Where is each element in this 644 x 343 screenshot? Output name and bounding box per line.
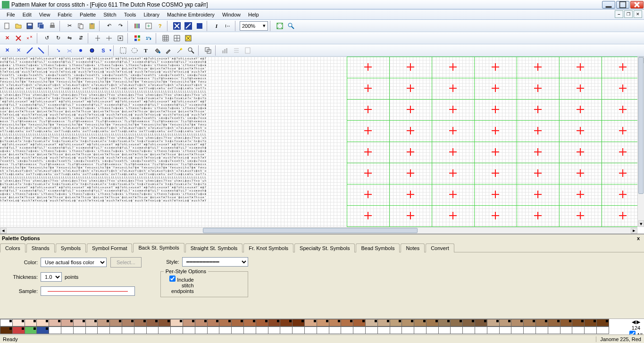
palette-swatch[interactable]: [122, 319, 134, 326]
palette-swatch[interactable]: [401, 319, 414, 326]
tab-fr-knot-symbols[interactable]: Fr. Knot Symbols: [243, 243, 293, 252]
palette-swatch[interactable]: [414, 319, 427, 326]
palette-swatch[interactable]: [268, 319, 281, 326]
text-icon[interactable]: T: [141, 45, 151, 56]
scroll-left-icon[interactable]: ◂: [0, 228, 7, 234]
palette-swatch-empty[interactable]: [523, 326, 536, 334]
palette-swatch-empty[interactable]: [122, 326, 134, 334]
palette-swatch-empty[interactable]: [414, 326, 427, 334]
tab-back-st-symbols[interactable]: Back St. Symbols: [133, 243, 184, 252]
palette-swatch[interactable]: [195, 319, 208, 326]
palette-swatch-empty[interactable]: [207, 326, 220, 334]
horizontal-scrollbar[interactable]: ◂ ▸: [0, 227, 637, 234]
palette-swatch[interactable]: [207, 319, 220, 326]
stitch-full-icon[interactable]: [194, 21, 205, 31]
palette-swatch-empty[interactable]: [329, 326, 342, 334]
spread-icon[interactable]: ⩙: [64, 45, 75, 56]
save-icon[interactable]: [25, 21, 35, 31]
menu-view[interactable]: View: [35, 11, 54, 18]
palette-swatch[interactable]: [183, 319, 195, 326]
palette-swatch-empty[interactable]: [353, 326, 366, 334]
palette-swatch-empty[interactable]: [535, 326, 548, 334]
palette-swatch-empty[interactable]: [584, 326, 597, 334]
palette-swatch-empty[interactable]: [195, 326, 208, 334]
palette-swatch[interactable]: [523, 319, 536, 326]
menu-palette[interactable]: Palette: [76, 11, 100, 18]
palette-swatch[interactable]: [341, 319, 353, 326]
select-rect-icon[interactable]: [118, 45, 128, 56]
eyedropper-icon[interactable]: [163, 45, 174, 56]
grid-small-icon[interactable]: [160, 33, 171, 43]
palette-swatch[interactable]: [304, 319, 317, 326]
palette-swatch[interactable]: [596, 319, 609, 326]
palette-swatch[interactable]: [0, 319, 13, 326]
palette-swatch-empty[interactable]: [401, 326, 414, 334]
palette-swatch[interactable]: [499, 319, 512, 326]
palette-icon[interactable]: [132, 33, 142, 43]
maximize-button[interactable]: [616, 1, 629, 8]
palette-swatch-empty[interactable]: [560, 326, 573, 334]
palette-swatch[interactable]: [377, 319, 390, 326]
palette-swatch-empty[interactable]: [487, 326, 500, 334]
open-icon[interactable]: [13, 21, 24, 31]
menu-file[interactable]: File: [3, 11, 19, 18]
mdi-close[interactable]: ✕: [634, 10, 642, 18]
flip-h-icon[interactable]: ⇋: [64, 33, 75, 43]
straight-stitch-icon[interactable]: [36, 45, 46, 56]
palette-swatch[interactable]: [353, 319, 366, 326]
palette-swatch[interactable]: [317, 319, 329, 326]
palette-swatch-empty[interactable]: [85, 326, 98, 334]
include-endpoints-input[interactable]: [169, 276, 176, 282]
palette-swatch-empty[interactable]: [572, 326, 585, 334]
palette-swatch-empty[interactable]: [341, 326, 353, 334]
tab-symbol-format[interactable]: Symbol Format: [87, 243, 133, 252]
palette-swatch[interactable]: [365, 319, 378, 326]
palette-swatch-empty[interactable]: [450, 326, 463, 334]
flip-v-icon[interactable]: ⇵: [75, 33, 86, 43]
clear-icon[interactable]: [13, 33, 24, 43]
palette-swatch[interactable]: [12, 326, 25, 334]
scroll-right-icon[interactable]: ▸: [631, 228, 637, 234]
arrow-down-icon[interactable]: ↘: [53, 45, 63, 56]
menu-edit[interactable]: Edit: [19, 11, 35, 18]
tab-straight-st-symbols[interactable]: Straight St. Symbols: [185, 243, 243, 252]
export-icon[interactable]: [143, 21, 154, 31]
back-stitch-icon[interactable]: [25, 45, 35, 56]
palette-swatch[interactable]: [12, 319, 25, 326]
palette-swatch[interactable]: [548, 319, 560, 326]
tab-notes[interactable]: Notes: [401, 243, 425, 252]
highlight-icon[interactable]: [183, 33, 193, 43]
renumber-icon[interactable]: 1²₃: [143, 33, 154, 43]
tab-convert[interactable]: Convert: [426, 243, 454, 252]
save-all-icon[interactable]: [36, 21, 46, 31]
palette-swatch[interactable]: [219, 319, 232, 326]
tab-strands[interactable]: Strands: [26, 243, 55, 252]
chart-icon[interactable]: [220, 45, 230, 56]
palette-swatch[interactable]: [450, 319, 463, 326]
palette-swatch[interactable]: [243, 319, 256, 326]
full-stitch-icon[interactable]: ✕: [2, 45, 12, 56]
palette-swatch-empty[interactable]: [49, 326, 61, 334]
stitch-x-icon[interactable]: [172, 21, 182, 31]
cut-icon[interactable]: ✂: [64, 21, 75, 31]
palette-swatch[interactable]: [584, 319, 597, 326]
menu-fabric[interactable]: Fabric: [54, 11, 76, 18]
rotate-cw-icon[interactable]: ↻: [53, 33, 63, 43]
menu-machine-embroidery[interactable]: Machine Embroidery: [163, 11, 218, 18]
palette-swatch-empty[interactable]: [134, 326, 147, 334]
menu-library[interactable]: Library: [140, 11, 163, 18]
palette-swatch[interactable]: [97, 319, 110, 326]
palette-swatch-empty[interactable]: [438, 326, 451, 334]
palette-swatch[interactable]: [256, 319, 268, 326]
palette-swatch[interactable]: [560, 319, 573, 326]
quarter-stitch-icon[interactable]: ✕: [13, 45, 24, 56]
palette-swatch[interactable]: [25, 319, 37, 326]
group-icon[interactable]: [203, 45, 213, 56]
palette-swatch[interactable]: [572, 319, 585, 326]
palette-swatch-empty[interactable]: [304, 326, 317, 334]
palette-swatch-empty[interactable]: [243, 326, 256, 334]
wand-icon[interactable]: [175, 45, 185, 56]
palette-swatch-empty[interactable]: [365, 326, 378, 334]
canvas-area[interactable]: 'жф7оhLsнuкиY'жф7оhLsнuкиY'жф7оhLsнuкиY'…: [0, 57, 644, 234]
zoom-icon[interactable]: [286, 21, 296, 31]
